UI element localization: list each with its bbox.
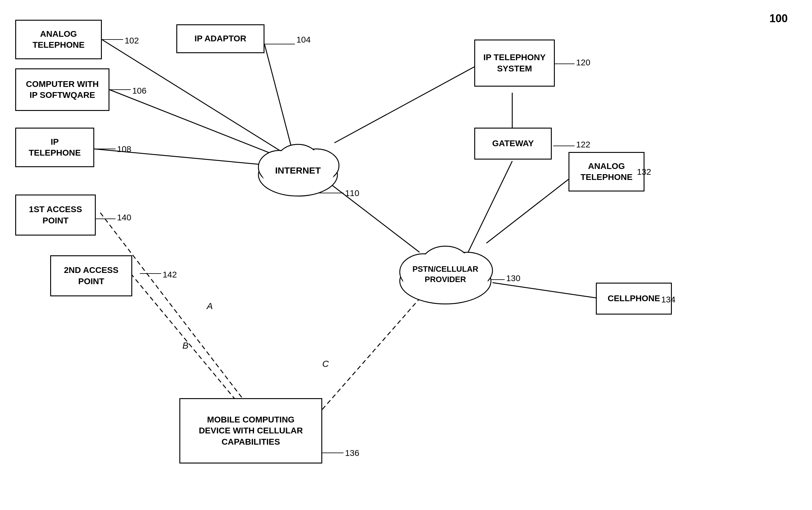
ref-142: 142 [163, 270, 177, 280]
diagram-ref-100: 100 [770, 12, 788, 25]
cloud-pstn: PSTN/CELLULAR PROVIDER [389, 231, 502, 310]
ref-104: 104 [296, 35, 311, 45]
label-B: B [182, 340, 188, 351]
node-computer-ip: COMPUTER WITH IP SOFTWQARE [15, 68, 110, 111]
svg-line-12 [316, 292, 426, 416]
diagram: 100 ANALOG TELEPHONE 102 IP ADAPTOR 104 … [0, 0, 812, 510]
ref-134: 134 [661, 295, 675, 304]
cloud-internet: INTERNET [249, 131, 347, 204]
ref-132: 132 [637, 167, 651, 177]
ref-110: 110 [345, 188, 359, 198]
label-A: A [207, 301, 213, 311]
node-mobile-computing: MOBILE COMPUTING DEVICE WITH CELLULAR CA… [179, 398, 322, 463]
node-ip-adaptor: IP ADAPTOR [176, 24, 264, 53]
node-ip-telephone: IP TELEPHONE [15, 128, 94, 167]
ref-140: 140 [117, 213, 131, 222]
node-first-access-point: 1ST ACCESS POINT [15, 194, 96, 236]
svg-line-9 [492, 283, 596, 298]
node-ip-telephony-system: IP TELEPHONY SYSTEM [474, 39, 555, 87]
svg-line-10 [100, 213, 249, 407]
node-analog-telephone-left: ANALOG TELEPHONE [15, 20, 102, 59]
ref-106: 106 [132, 86, 147, 96]
ref-102: 102 [125, 36, 139, 46]
node-cellphone: CELLPHONE [596, 283, 672, 314]
node-analog-telephone-right: ANALOG TELEPHONE [569, 152, 644, 191]
ref-122: 122 [576, 140, 590, 150]
svg-line-11 [131, 274, 249, 416]
node-gateway: GATEWAY [474, 128, 552, 159]
node-second-access-point: 2ND ACCESS POINT [50, 255, 132, 296]
label-C: C [322, 359, 329, 369]
svg-line-4 [335, 67, 474, 143]
ref-130: 130 [506, 274, 520, 283]
ref-120: 120 [576, 58, 590, 67]
ref-136: 136 [345, 448, 359, 458]
ref-108: 108 [117, 144, 131, 154]
